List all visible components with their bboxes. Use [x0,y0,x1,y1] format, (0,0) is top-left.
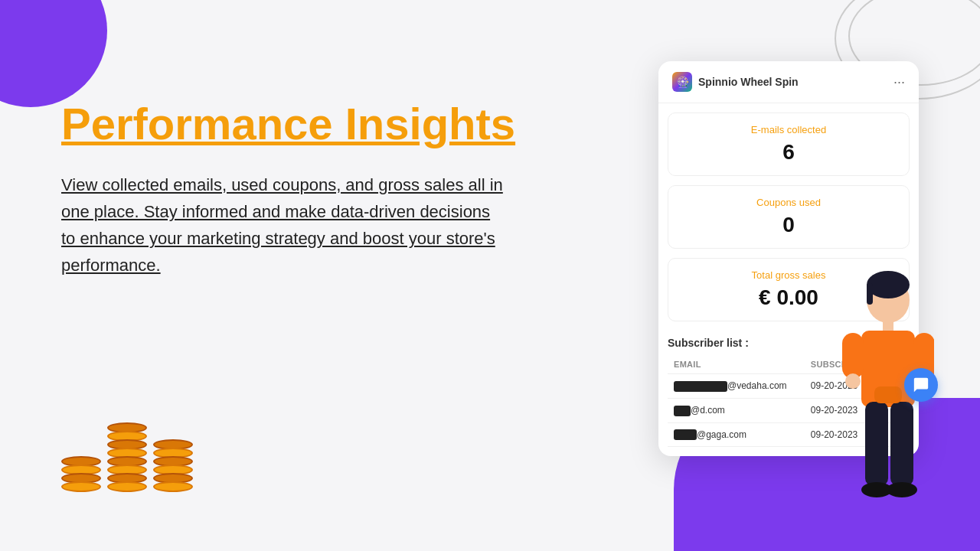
table-header-email: EMAIL [668,355,805,374]
chat-icon [913,377,929,393]
svg-rect-2 [867,283,873,305]
email-redacted-block [674,406,691,416]
email-suffix: @d.com [691,405,725,416]
coin-disc [61,481,101,492]
coin-stack-short [61,456,101,490]
email-suffix: @vedaha.com [727,380,787,391]
app-logo-icon: 🎡 [672,72,692,92]
svg-point-9 [845,373,861,389]
table-cell-email: @gaga.com [668,422,805,447]
email-suffix: @gaga.com [697,429,746,440]
svg-rect-3 [883,320,893,332]
left-content: Performance Insights View collected emai… [61,99,536,279]
stat-label-emails: E-mails collected [681,124,897,135]
app-menu-button[interactable]: ··· [893,74,905,90]
coin-stack-medium [153,439,193,490]
table-cell-email: @vedaha.com [668,374,805,399]
stat-label-coupons: Coupons used [681,197,897,208]
svg-rect-16 [874,386,902,403]
coins-illustration [61,422,193,490]
app-name: Spinnio Wheel Spin [698,76,799,88]
stat-card-coupons: Coupons used 0 [668,185,910,249]
coin-disc [153,481,193,492]
svg-point-14 [887,482,917,497]
table-cell-email: @d.com [668,398,805,422]
app-header-left: 🎡 Spinnio Wheel Spin [672,72,799,92]
email-redacted-block [674,381,727,392]
page-title: Performance Insights [61,99,536,148]
svg-rect-12 [890,402,913,486]
stat-card-emails: E-mails collected 6 [668,112,910,176]
page-description: View collected emails, used coupons, and… [61,171,505,279]
stat-value-coupons: 0 [681,213,897,237]
email-redacted-block [674,429,697,440]
chat-bubble-button[interactable] [904,368,938,402]
stat-value-emails: 6 [681,140,897,165]
svg-rect-11 [865,402,888,486]
svg-point-1 [867,271,910,298]
app-header: 🎡 Spinnio Wheel Spin ··· [658,61,919,103]
coin-stack-tall [107,422,147,490]
bg-decoration-top-left [0,0,107,107]
svg-rect-5 [842,333,864,379]
coin-disc [107,481,147,492]
